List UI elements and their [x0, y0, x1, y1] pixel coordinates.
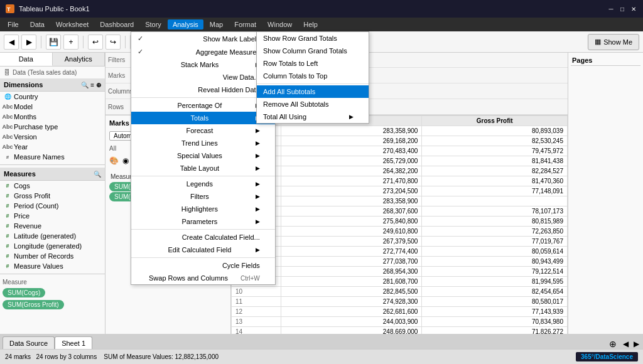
- row-c3-cell: 81,994,595: [422, 277, 568, 287]
- sub-add-all-subtotals[interactable]: Add All Subtotals: [257, 85, 369, 98]
- menu-data[interactable]: Data: [25, 19, 50, 29]
- sort-icon[interactable]: ≡: [90, 82, 94, 88]
- minimize-button[interactable]: ─: [607, 4, 615, 13]
- meas-measure-values[interactable]: # Measure Values: [0, 261, 105, 271]
- nav-right-icon[interactable]: ▶: [632, 340, 640, 348]
- meas-gross-profit[interactable]: # Gross Profit: [0, 191, 105, 201]
- menu-percentage-of[interactable]: Percentage Of ▶: [131, 99, 275, 112]
- menu-create-calc-field[interactable]: Create Calculated Field...: [131, 231, 275, 244]
- menu-table-layout[interactable]: Table Layout ▶: [131, 162, 275, 174]
- menu-parameters[interactable]: Parameters ▶: [131, 215, 275, 228]
- maximize-button[interactable]: □: [618, 4, 627, 13]
- sum-cogs-pill[interactable]: SUM(Cogs): [3, 288, 45, 297]
- menu-totals[interactable]: Totals ▶: [131, 112, 275, 124]
- tab-sheet1[interactable]: Sheet 1: [55, 336, 92, 349]
- edit-calc-label: Edit Calculated Field: [168, 246, 231, 254]
- menu-forecast[interactable]: Forecast ▶: [131, 124, 275, 137]
- menu-cycle-fields[interactable]: Cycle Fields: [131, 259, 275, 272]
- dim-version[interactable]: Abc Version: [0, 132, 105, 142]
- divider-2: [0, 274, 105, 274]
- sub-show-row-grand[interactable]: Show Row Grand Totals: [257, 32, 369, 45]
- row-c1-cell: 267,379,500: [281, 237, 421, 247]
- sub-total-all-using[interactable]: Total All Using ▶: [257, 110, 369, 123]
- redo-button[interactable]: ↪: [105, 35, 121, 50]
- menu-edit-calc-field[interactable]: Edit Calculated Field ▶: [131, 244, 275, 256]
- dim-measure-names[interactable]: # Measure Names: [0, 152, 105, 162]
- tab-analytics[interactable]: Analytics: [53, 53, 105, 66]
- meas-num-records[interactable]: # Number of Records: [0, 251, 105, 261]
- dim-model[interactable]: Abc Model: [0, 102, 105, 112]
- menu-dashboard[interactable]: Dashboard: [95, 19, 139, 29]
- search-measures-icon[interactable]: 🔍: [94, 171, 101, 178]
- menu-legends[interactable]: Legends ▶: [131, 178, 275, 190]
- row-num-cell: 10: [232, 287, 281, 297]
- meas-longitude[interactable]: # Longitude (generated): [0, 241, 105, 251]
- cycle-fields-label: Cycle Fields: [222, 262, 260, 269]
- close-button[interactable]: ✕: [629, 4, 638, 13]
- add-icon[interactable]: ⊕: [96, 82, 101, 88]
- checkmark-edit-calc: [138, 246, 146, 254]
- col-shelf-label: Columns: [108, 88, 133, 95]
- menu-aggregate-measures[interactable]: ✓ Aggregate Measures: [131, 45, 275, 58]
- back-button[interactable]: ◀: [4, 35, 19, 50]
- menu-special-values[interactable]: Special Values ▶: [131, 149, 275, 162]
- menu-worksheet[interactable]: Worksheet: [51, 19, 94, 29]
- sub-row-totals-left[interactable]: Row Totals to Left: [257, 57, 369, 70]
- menu-stack-marks[interactable]: Stack Marks ▶: [131, 58, 275, 71]
- save-button[interactable]: 💾: [46, 35, 61, 50]
- divider-1: [0, 164, 105, 165]
- dimensions-label: Dimensions: [4, 81, 43, 88]
- meas-revenue[interactable]: # Revenue: [0, 221, 105, 231]
- menu-reveal-hidden[interactable]: Reveal Hidden Data: [131, 83, 275, 96]
- undo-button[interactable]: ↩: [88, 35, 103, 50]
- menu-map[interactable]: Map: [205, 19, 228, 29]
- status-bar-right: 365°/DataScience: [576, 352, 638, 361]
- meas-latitude[interactable]: # Latitude (generated): [0, 231, 105, 241]
- row-c1-cell: 283,358,900: [281, 126, 421, 136]
- menu-trend-lines[interactable]: Trend Lines ▶: [131, 137, 275, 149]
- data-table-container[interactable]: Gross Profit 01 283,358,900 80,893,039 0…: [231, 115, 568, 349]
- sum-gross-profit-pill[interactable]: SUM(Gross Profit): [3, 300, 64, 309]
- menu-analysis[interactable]: Analysis: [168, 19, 203, 29]
- menu-window[interactable]: Window: [262, 19, 297, 29]
- tab-data-source[interactable]: Data Source: [3, 336, 55, 349]
- menu-format[interactable]: Format: [229, 19, 261, 29]
- show-me-button[interactable]: ▦ Show Me: [588, 34, 639, 50]
- size-icon[interactable]: ◉: [122, 156, 129, 165]
- menu-view-data[interactable]: View Data...: [131, 71, 275, 83]
- meas-cogs[interactable]: # Cogs: [0, 181, 105, 191]
- add-sheet-button[interactable]: +: [63, 35, 78, 50]
- meas-price[interactable]: # Price: [0, 211, 105, 221]
- menu-show-mark-labels[interactable]: ✓ Show Mark Labels: [131, 32, 275, 45]
- highlighters-arrow-icon: ▶: [256, 206, 260, 212]
- dim-year[interactable]: Abc Year: [0, 142, 105, 152]
- forward-button[interactable]: ▶: [21, 35, 36, 50]
- tab-data[interactable]: Data: [0, 53, 53, 66]
- menu-file[interactable]: File: [3, 19, 24, 29]
- add-sheet-icon[interactable]: ⊕: [607, 339, 619, 349]
- sep-1: [131, 97, 275, 98]
- sub-show-col-grand[interactable]: Show Column Grand Totals: [257, 45, 369, 57]
- nav-left-icon[interactable]: ◀: [622, 340, 630, 348]
- dim-country[interactable]: 🌐 Country: [0, 92, 105, 102]
- left-panel: Data Analytics 🗄 Data (Tesla sales data)…: [0, 53, 105, 349]
- search-icon[interactable]: 🔍: [81, 82, 89, 88]
- meas-measure-values-label: Measure Values: [14, 262, 63, 270]
- checkmark-table: [138, 164, 146, 172]
- dim-purchase-type[interactable]: Abc Purchase type: [0, 122, 105, 132]
- data-table: Gross Profit 01 283,358,900 80,893,039 0…: [231, 115, 568, 347]
- menu-help[interactable]: Help: [298, 19, 323, 29]
- sub-remove-all-subtotals[interactable]: Remove All Subtotals: [257, 98, 369, 110]
- datasource-label: Data (Tesla sales data): [13, 69, 77, 76]
- menu-story[interactable]: Story: [140, 19, 166, 29]
- datasource-item[interactable]: 🗄 Data (Tesla sales data): [0, 67, 105, 78]
- row-c3-cell: 80,893,039: [422, 126, 568, 136]
- menu-highlighters[interactable]: Highlighters ▶: [131, 203, 275, 215]
- dim-months[interactable]: Abc Months: [0, 112, 105, 122]
- abc-icon: Abc: [4, 103, 11, 110]
- meas-period-count[interactable]: # Period (Count): [0, 201, 105, 211]
- color-icon[interactable]: 🎨: [109, 156, 119, 165]
- sub-col-totals-top[interactable]: Column Totals to Top: [257, 70, 369, 82]
- menu-swap-rows-cols[interactable]: Swap Rows and Columns Ctrl+W: [131, 272, 275, 284]
- menu-filters[interactable]: Filters ▶: [131, 190, 275, 203]
